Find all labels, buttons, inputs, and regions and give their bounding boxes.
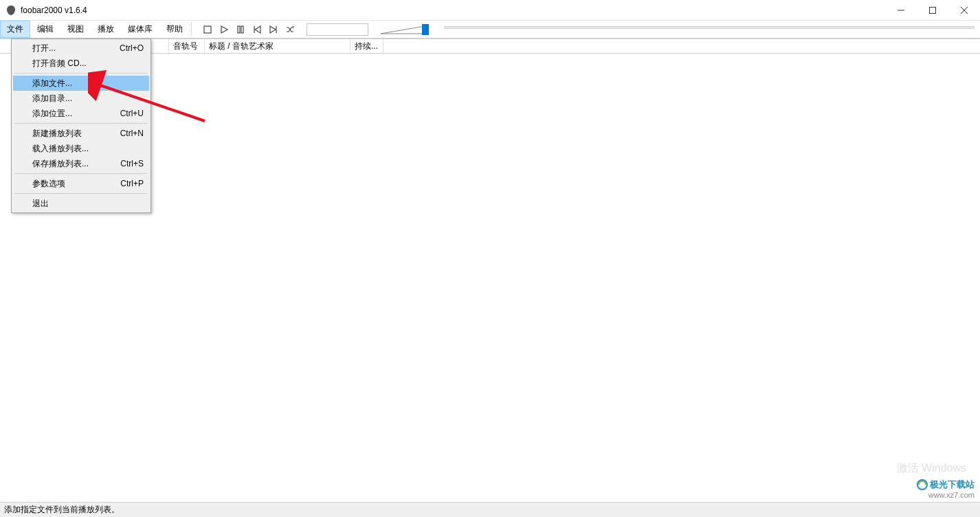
menu-add-files-label: 添加文件... <box>32 78 72 89</box>
menu-exit[interactable]: 退出 <box>13 196 149 211</box>
play-button[interactable] <box>217 23 231 36</box>
playback-toolbar: ? <box>195 21 438 38</box>
column-spacer <box>383 39 980 53</box>
site-watermark-url: www.xz7.com <box>916 491 975 499</box>
status-text: 添加指定文件到当前播放列表。 <box>4 504 120 516</box>
menu-separator <box>14 193 148 194</box>
window-title: foobar2000 v1.6.4 <box>21 6 87 15</box>
menu-separator <box>14 123 148 124</box>
file-menu-dropdown: 打开...Ctrl+O 打开音频 CD... 添加文件... 添加目录... 添… <box>11 38 151 213</box>
menu-open-cd-label: 打开音频 CD... <box>32 58 87 69</box>
svg-rect-1 <box>930 7 936 13</box>
menu-new-playlist[interactable]: 新建播放列表Ctrl+N <box>13 126 149 141</box>
next-button[interactable] <box>267 23 280 36</box>
menu-playback-label: 播放 <box>98 23 114 35</box>
app-icon <box>5 5 16 16</box>
menu-playback[interactable]: 播放 <box>91 21 121 38</box>
volume-thumb[interactable] <box>422 24 429 35</box>
column-title-artist[interactable]: 标题 / 音轨艺术家 <box>205 39 350 53</box>
menu-separator <box>14 173 148 174</box>
menu-open-cd[interactable]: 打开音频 CD... <box>13 56 149 71</box>
menu-add-folder-label: 添加目录... <box>32 93 72 104</box>
menu-exit-label: 退出 <box>32 198 49 210</box>
close-button[interactable] <box>948 0 980 21</box>
menu-open-shortcut: Ctrl+O <box>107 43 144 53</box>
prev-button[interactable] <box>250 23 264 36</box>
menu-library-label: 媒体库 <box>128 23 153 35</box>
status-bar: 添加指定文件到当前播放列表。 <box>0 502 980 517</box>
site-watermark: 极光下载站 www.xz7.com <box>916 478 975 499</box>
menu-view[interactable]: 视图 <box>60 21 91 38</box>
site-watermark-name: 极光下载站 <box>916 478 975 491</box>
menu-add-location-label: 添加位置... <box>32 108 72 120</box>
minimize-button[interactable] <box>885 0 917 21</box>
svg-marker-10 <box>270 26 276 33</box>
menu-library[interactable]: 媒体库 <box>121 21 159 38</box>
windows-activate-watermark: 激活 Windows <box>897 461 966 476</box>
menu-open[interactable]: 打开...Ctrl+O <box>13 41 149 56</box>
pause-button[interactable] <box>234 23 247 36</box>
svg-rect-4 <box>204 26 211 33</box>
menu-file[interactable]: 文件 <box>0 21 30 38</box>
menu-preferences-shortcut: Ctrl+P <box>108 179 144 188</box>
column-title-artist-label: 标题 / 音轨艺术家 <box>209 41 274 52</box>
menu-separator <box>14 73 148 74</box>
toolbar-separator <box>191 23 194 36</box>
menu-help-label: 帮助 <box>166 23 183 35</box>
menu-file-label: 文件 <box>7 23 23 35</box>
menu-view-label: 视图 <box>67 23 84 35</box>
menu-open-label: 打开... <box>32 43 56 54</box>
titlebar: foobar2000 v1.6.4 <box>0 0 980 21</box>
menubar: 文件 编辑 视图 播放 媒体库 帮助 ? <box>0 21 980 38</box>
column-duration-label: 持续... <box>355 41 378 52</box>
menu-add-location[interactable]: 添加位置...Ctrl+U <box>13 106 149 121</box>
menu-new-playlist-shortcut: Ctrl+N <box>108 129 144 138</box>
search-input[interactable] <box>307 23 368 36</box>
menu-edit-label: 编辑 <box>37 23 54 35</box>
random-button[interactable]: ? <box>283 23 297 36</box>
column-duration[interactable]: 持续... <box>350 39 383 53</box>
volume-slider[interactable] <box>381 23 429 36</box>
svg-marker-9 <box>255 26 260 33</box>
svg-rect-6 <box>238 26 240 33</box>
svg-rect-7 <box>241 26 243 33</box>
menu-save-playlist-shortcut: Ctrl+S <box>108 159 144 168</box>
window-controls <box>885 0 980 21</box>
column-track-no[interactable]: 音轨号 <box>169 39 205 53</box>
site-watermark-name-text: 极光下载站 <box>930 478 975 491</box>
seek-bar[interactable] <box>444 21 975 34</box>
stop-button[interactable] <box>201 23 214 36</box>
menu-add-files[interactable]: 添加文件... <box>13 76 149 91</box>
menu-load-playlist-label: 载入播放列表... <box>32 143 89 155</box>
maximize-button[interactable] <box>917 0 948 21</box>
svg-marker-5 <box>221 26 227 33</box>
menu-help[interactable]: 帮助 <box>159 21 190 38</box>
menu-add-location-shortcut: Ctrl+U <box>108 109 144 118</box>
menu-preferences-label: 参数选项 <box>32 178 65 190</box>
menu-load-playlist[interactable]: 载入播放列表... <box>13 141 149 156</box>
seek-track <box>444 26 975 29</box>
column-track-no-label: 音轨号 <box>173 41 198 52</box>
windows-activate-text: 激活 Windows <box>897 462 966 474</box>
menu-preferences[interactable]: 参数选项Ctrl+P <box>13 176 149 191</box>
menu-add-folder[interactable]: 添加目录... <box>13 91 149 106</box>
svg-text:?: ? <box>292 25 295 30</box>
menu-edit[interactable]: 编辑 <box>30 21 60 38</box>
menu-new-playlist-label: 新建播放列表 <box>32 128 82 140</box>
menu-save-playlist[interactable]: 保存播放列表...Ctrl+S <box>13 156 149 171</box>
menu-save-playlist-label: 保存播放列表... <box>32 158 89 170</box>
